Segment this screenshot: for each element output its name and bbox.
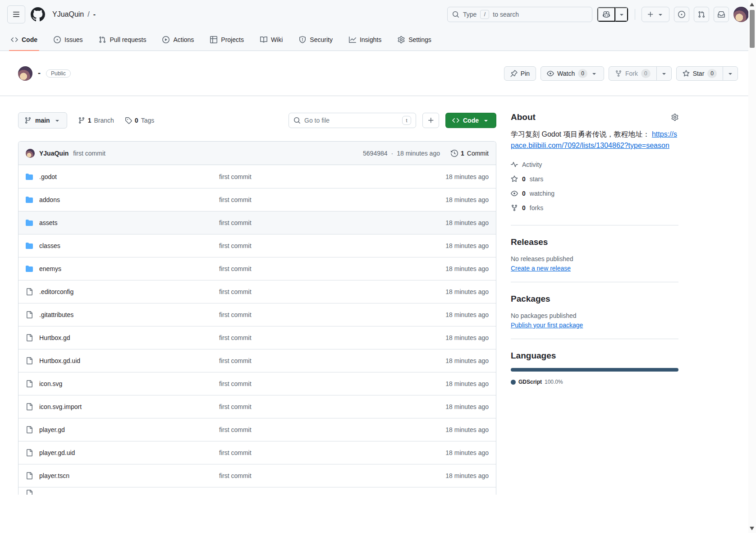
table-row[interactable]: icon.svg.importfirst commit18 minutes ag… [18,395,496,418]
file-commit-message-link[interactable]: first commit [219,426,408,433]
fork-button[interactable]: Fork 0 [609,66,657,81]
repo-meta-stars[interactable]: 0stars [511,172,678,186]
file-name-link[interactable]: classes [39,242,60,249]
table-row[interactable]: enemysfirst commit18 minutes ago [18,257,496,280]
copilot-button[interactable] [597,7,615,22]
file-name-link[interactable]: .gitattributes [39,311,73,318]
breadcrumb: YJuaQuin / - [52,10,96,18]
repo-meta-activity[interactable]: Activity [511,157,678,172]
breadcrumb-repo-link[interactable]: - [93,10,96,18]
pull-requests-dashboard-button[interactable] [694,7,709,22]
file-commit-message-link[interactable]: first commit [219,449,408,456]
tab-security[interactable]: Security [295,29,336,51]
repo-meta-watching[interactable]: 0watching [511,186,678,201]
file-commit-message-link[interactable]: first commit [219,380,408,387]
file-name-link[interactable]: enemys [39,265,61,272]
tab-pull-requests[interactable]: Pull requests [95,29,150,51]
file-name-link[interactable]: .editorconfig [39,288,73,295]
commit-message-link[interactable]: first commit [73,150,105,157]
tab-insights[interactable]: Insights [345,29,385,51]
file-commit-message-link[interactable]: first commit [219,219,408,226]
gear-icon[interactable] [671,114,678,121]
meta-label: stars [530,175,543,183]
hamburger-menu-button[interactable] [7,5,25,23]
tab-code[interactable]: Code [7,29,41,51]
table-row[interactable]: .editorconfigfirst commit18 minutes ago [18,280,496,303]
file-commit-message-link[interactable]: first commit [219,196,408,203]
tab-projects[interactable]: Projects [206,29,247,51]
table-row[interactable]: player.tscnfirst commit18 minutes ago [18,464,496,487]
file-commit-message-link[interactable]: first commit [219,311,408,318]
file-icon [26,380,33,387]
table-row[interactable]: .godotfirst commit18 minutes ago [18,165,496,188]
file-commit-message-link[interactable]: first commit [219,173,408,180]
go-to-file-input[interactable] [304,117,399,124]
repo-owner-avatar[interactable] [18,66,32,81]
file-name-link[interactable]: Hurtbox.gd.uid [39,357,80,364]
breadcrumb-owner-link[interactable]: YJuaQuin [52,10,84,18]
star-button[interactable]: Star 0 [676,66,723,81]
language-item[interactable]: GDScript100.0% [511,379,563,385]
commit-sha-link[interactable]: 5694984 [363,150,388,157]
tab-settings[interactable]: Settings [394,29,435,51]
pin-button[interactable]: Pin [504,66,536,81]
file-name-link[interactable]: Hurtbox.gd [39,334,70,341]
file-name-link[interactable]: player.gd.uid [39,449,75,456]
file-name-link[interactable]: player.gd [39,426,65,433]
file-commit-message-link[interactable]: first commit [219,472,408,479]
fork-dropdown-button[interactable] [656,66,672,81]
scrollbar-up-arrow[interactable] [750,3,754,6]
tab-issues[interactable]: Issues [50,29,86,51]
table-row-partial[interactable] [18,487,496,495]
create-new-button[interactable] [641,7,669,22]
file-commit-message-link[interactable]: first commit [219,357,408,364]
table-row[interactable]: player.gdfirst commit18 minutes ago [18,418,496,441]
scrollbar-down-arrow[interactable] [750,527,754,530]
table-row[interactable]: .gitattributesfirst commit18 minutes ago [18,303,496,326]
table-row[interactable]: Hurtbox.gdfirst commit18 minutes ago [18,326,496,349]
file-name-link[interactable]: icon.svg.import [39,403,82,410]
file-name-link[interactable]: assets [39,219,57,226]
page-scrollbar[interactable] [748,0,756,533]
branches-link[interactable]: 1 Branch [78,117,114,124]
commit-author-avatar[interactable] [26,149,35,158]
code-button[interactable]: Code [445,113,496,128]
tags-link[interactable]: 0 Tags [125,117,154,124]
file-name-link[interactable]: player.tscn [39,472,69,479]
commit-author-link[interactable]: YJuaQuin [39,150,69,157]
star-dropdown-button[interactable] [723,66,738,81]
add-file-button[interactable] [422,113,439,128]
table-row[interactable]: addonsfirst commit18 minutes ago [18,188,496,211]
issues-dashboard-button[interactable] [674,7,689,22]
tab-wiki[interactable]: Wiki [257,29,286,51]
file-commit-message-link[interactable]: first commit [219,403,408,410]
table-row[interactable]: assetsfirst commit18 minutes ago [18,211,496,234]
history-icon [451,150,458,157]
file-commit-message-link[interactable]: first commit [219,265,408,272]
tab-actions[interactable]: Actions [159,29,197,51]
file-commit-message-link[interactable]: first commit [219,334,408,341]
file-name-link[interactable]: addons [39,196,60,203]
table-row[interactable]: player.gd.uidfirst commit18 minutes ago [18,441,496,464]
publish-package-link[interactable]: Publish your first package [511,322,583,329]
repo-forked-icon [511,204,518,211]
branch-selector[interactable]: main [18,112,67,129]
commit-history-link[interactable]: 1 Commit [451,150,489,157]
copilot-dropdown-button[interactable] [615,7,628,22]
repo-name-link[interactable]: - [38,69,41,78]
watch-button[interactable]: Watch 0 [541,66,604,81]
file-name-link[interactable]: .godot [39,173,57,180]
global-search-input[interactable]: Type / to search [447,7,592,22]
user-avatar[interactable] [733,7,749,22]
scrollbar-thumb[interactable] [750,10,755,48]
table-row[interactable]: Hurtbox.gd.uidfirst commit18 minutes ago [18,349,496,372]
table-row[interactable]: icon.svgfirst commit18 minutes ago [18,372,496,395]
file-name-link[interactable]: icon.svg [39,380,62,387]
create-release-link[interactable]: Create a new release [511,265,571,272]
inbox-button[interactable] [714,7,729,22]
github-logo[interactable] [31,7,45,22]
file-commit-message-link[interactable]: first commit [219,288,408,295]
file-commit-message-link[interactable]: first commit [219,242,408,249]
table-row[interactable]: classesfirst commit18 minutes ago [18,234,496,257]
repo-meta-forks[interactable]: 0forks [511,201,678,215]
